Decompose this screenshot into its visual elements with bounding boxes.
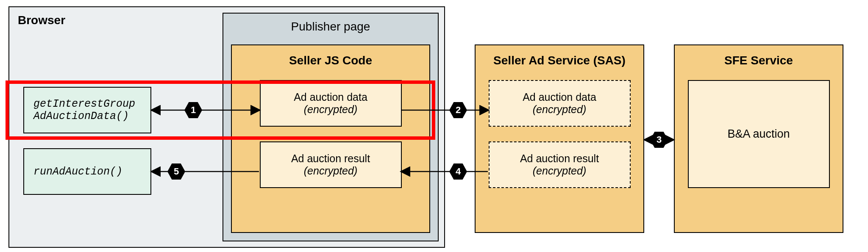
sas-data-card: Ad auction data (encrypted) [489,80,631,127]
seller-js-data-note: (encrypted) [304,103,357,116]
step-2-label: 2 [456,105,461,116]
sas-data-label: Ad auction data [523,91,596,103]
seller-js-title: Seller JS Code [289,54,372,67]
seller-js-result-label: Ad auction result [291,152,370,165]
sfe-inner-label: B&A auction [727,127,790,141]
sas-box: Seller Ad Service (SAS) Ad auction data … [475,44,644,233]
step-1-label: 1 [191,105,196,116]
sas-result-card: Ad auction result (encrypted) [489,141,631,188]
api-getinterestgroup-line1: getInterestGroup [33,98,135,110]
step-badge-3: 3 [650,131,668,149]
step-4-label: 4 [456,166,461,177]
step-badge-2: 2 [449,101,467,119]
browser-title: Browser [18,14,65,27]
step-badge-4: 4 [449,163,467,180]
api-getinterestgroup-line2: AdAuctionData() [33,110,129,122]
seller-js-box: Seller JS Code Ad auction data (encrypte… [231,44,430,233]
sfe-box: SFE Service B&A auction [674,44,843,233]
seller-js-result-card: Ad auction result (encrypted) [260,141,402,188]
seller-js-result-note: (encrypted) [304,165,357,177]
step-5-label: 5 [174,166,179,177]
api-getinterestgroup: getInterestGroup AdAuctionData() [23,87,151,133]
api-runadauction-label: runAdAuction() [33,166,122,178]
sfe-title: SFE Service [724,54,793,67]
sas-result-label: Ad auction result [520,152,599,165]
sas-title: Seller Ad Service (SAS) [493,54,626,67]
seller-js-data-card: Ad auction data (encrypted) [260,80,402,127]
sas-data-note: (encrypted) [533,103,586,116]
sfe-inner-card: B&A auction [688,80,830,188]
step-3-label: 3 [657,134,662,145]
api-runadauction: runAdAuction() [23,148,151,195]
publisher-page-title: Publisher page [291,20,370,33]
sas-result-note: (encrypted) [533,165,586,177]
seller-js-data-label: Ad auction data [294,91,367,103]
